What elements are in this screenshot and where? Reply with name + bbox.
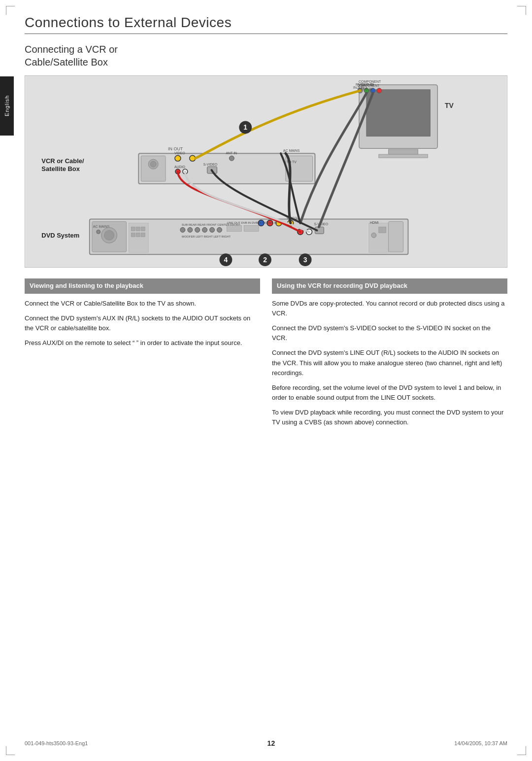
- svg-rect-61: [244, 225, 259, 231]
- svg-point-9: [377, 88, 382, 93]
- svg-rect-38: [136, 227, 140, 231]
- right-para-4: Before recording, set the volume level o…: [272, 383, 507, 403]
- section-heading: Connecting a VCR or Cable/Satellite Box: [25, 43, 507, 69]
- svg-point-56: [210, 227, 215, 232]
- right-column-header: Using the VCR for recording DVD playback: [272, 278, 507, 294]
- svg-point-66: [371, 233, 376, 238]
- svg-point-35: [104, 230, 114, 240]
- connection-diagram: TV COMPONENT VIDEO IN IN OUT VIDEO: [25, 75, 507, 268]
- page-footer: 001-049-hts3500-93-Eng1 12 14/04/2005, 1…: [25, 739, 507, 747]
- svg-text:WOOFER LEFT RIGHT  LEFT       : WOOFER LEFT RIGHT LEFT RIGHT: [182, 235, 231, 238]
- two-column-section: Viewing and listening to the playback Co…: [25, 278, 507, 432]
- right-para-1: Some DVDs are copy-protected. You cannot…: [272, 299, 507, 318]
- left-column-body: Connect the VCR or Cable/Satellite Box t…: [25, 299, 260, 348]
- svg-text:IN-1  IN-2: IN-1 IN-2: [353, 86, 367, 89]
- svg-point-52: [180, 227, 185, 232]
- svg-rect-41: [136, 233, 140, 237]
- svg-text:ANT IN: ANT IN: [226, 151, 237, 155]
- svg-rect-40: [131, 233, 135, 237]
- footer-date: 14/04/2005, 10:37 AM: [454, 740, 507, 746]
- svg-point-55: [202, 227, 207, 232]
- svg-rect-67: [389, 221, 403, 252]
- svg-text:HDMI: HDMI: [370, 221, 379, 224]
- svg-rect-4: [379, 154, 428, 158]
- svg-text:AC MAINS: AC MAINS: [283, 149, 300, 152]
- left-para-1: Connect the VCR or Cable/Satellite Box t…: [25, 299, 260, 309]
- svg-text:VIDEO: VIDEO: [174, 151, 185, 155]
- corner-mark-br: [517, 746, 526, 755]
- svg-text:Satellite Box: Satellite Box: [41, 165, 80, 173]
- language-tab: English: [0, 76, 14, 136]
- svg-rect-42: [141, 233, 145, 237]
- page-title: Connections to External Devices: [25, 15, 507, 34]
- svg-text:LINE OUT  DVB IN  DVB IN  DIGI: LINE OUT DVB IN DVB IN DIGITAL IN: [227, 221, 277, 224]
- svg-text:4: 4: [224, 256, 228, 264]
- svg-rect-64: [379, 227, 386, 233]
- left-column-header: Viewing and listening to the playback: [25, 278, 260, 294]
- right-para-3: Connect the DVD system's LINE OUT (R/L) …: [272, 348, 507, 378]
- svg-point-57: [217, 227, 222, 232]
- language-label: English: [4, 95, 10, 116]
- svg-text:AUDIO: AUDIO: [174, 165, 186, 169]
- footer-doc-id: 001-049-hts3500-93-Eng1: [25, 740, 88, 746]
- svg-point-33: [97, 230, 100, 234]
- right-column-body: Some DVDs are copy-protected. You cannot…: [272, 299, 507, 428]
- svg-rect-3: [389, 149, 418, 154]
- svg-rect-37: [131, 227, 135, 231]
- left-para-3: Press AUX/DI on the remote to select “ ”…: [25, 338, 260, 348]
- svg-rect-2: [366, 90, 430, 137]
- svg-text:1: 1: [243, 123, 247, 131]
- page-number: 12: [267, 739, 275, 747]
- left-para-2: Connect the DVD system's AUX IN (R/L) so…: [25, 313, 260, 333]
- svg-point-54: [195, 227, 200, 232]
- svg-text:S-VIDEO: S-VIDEO: [203, 163, 218, 166]
- svg-text:TV: TV: [445, 102, 454, 109]
- svg-text:VCR or Cable/: VCR or Cable/: [41, 157, 84, 165]
- svg-rect-60: [227, 225, 241, 231]
- svg-point-17: [175, 155, 181, 161]
- right-para-5: To view DVD playback while recording, yo…: [272, 408, 507, 427]
- corner-mark-bl: [6, 746, 15, 755]
- right-para-2: Connect the DVD system's S-VIDEO socket …: [272, 323, 507, 343]
- right-column: Using the VCR for recording DVD playback…: [272, 278, 507, 432]
- svg-point-15: [150, 161, 156, 167]
- svg-point-53: [188, 227, 193, 232]
- svg-text:IN        OUT: IN OUT: [168, 146, 183, 151]
- svg-text:3: 3: [303, 256, 307, 264]
- left-column: Viewing and listening to the playback Co…: [25, 278, 260, 432]
- diagram-svg: TV COMPONENT VIDEO IN IN OUT VIDEO: [25, 76, 507, 267]
- svg-text:DVD System: DVD System: [41, 232, 79, 239]
- corner-mark-tr: [517, 6, 526, 15]
- svg-rect-39: [141, 227, 145, 231]
- corner-mark-tl: [6, 6, 15, 15]
- svg-text:2: 2: [263, 256, 267, 264]
- svg-point-25: [229, 156, 234, 161]
